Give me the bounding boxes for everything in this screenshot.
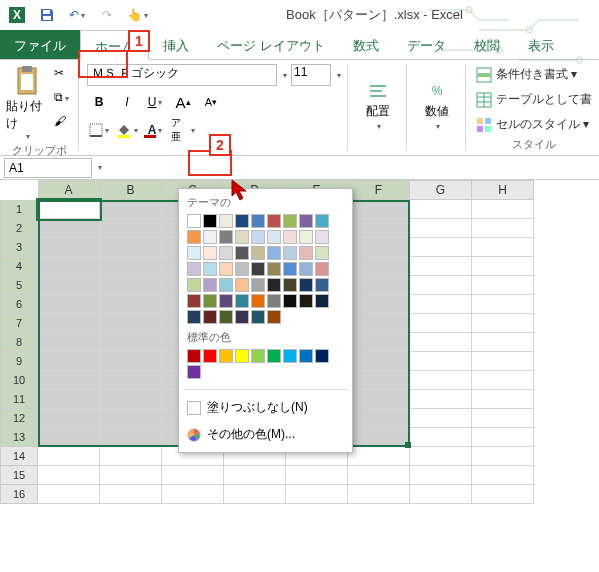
- color-swatch[interactable]: [219, 310, 233, 324]
- color-swatch[interactable]: [283, 262, 297, 276]
- cell[interactable]: [100, 333, 162, 352]
- cell[interactable]: [348, 428, 410, 447]
- row-header[interactable]: 7: [0, 314, 38, 333]
- cell[interactable]: [100, 257, 162, 276]
- cell[interactable]: [224, 485, 286, 504]
- color-swatch[interactable]: [235, 349, 249, 363]
- tab-formula[interactable]: 数式: [339, 30, 393, 59]
- font-size-select[interactable]: 11: [291, 64, 331, 86]
- cell[interactable]: [472, 371, 534, 390]
- cell[interactable]: [472, 447, 534, 466]
- color-swatch[interactable]: [203, 310, 217, 324]
- color-swatch[interactable]: [299, 246, 313, 260]
- row-header[interactable]: 8: [0, 333, 38, 352]
- row-header[interactable]: 16: [0, 485, 38, 504]
- color-swatch[interactable]: [235, 278, 249, 292]
- color-swatch[interactable]: [283, 230, 297, 244]
- color-swatch[interactable]: [283, 214, 297, 228]
- cell[interactable]: [410, 238, 472, 257]
- cell[interactable]: [410, 295, 472, 314]
- color-swatch[interactable]: [283, 349, 297, 363]
- grow-font-button[interactable]: A▴: [171, 90, 195, 114]
- cell[interactable]: [348, 238, 410, 257]
- cell[interactable]: [472, 428, 534, 447]
- cell[interactable]: [410, 352, 472, 371]
- color-swatch[interactable]: [251, 278, 265, 292]
- color-swatch[interactable]: [267, 246, 281, 260]
- color-swatch[interactable]: [219, 349, 233, 363]
- cell[interactable]: [38, 485, 100, 504]
- cell[interactable]: [472, 314, 534, 333]
- cell[interactable]: [472, 238, 534, 257]
- conditional-format-button[interactable]: 条件付き書式 ▾: [476, 66, 592, 83]
- cell-style-button[interactable]: セルのスタイル ▾: [476, 116, 592, 133]
- row-header[interactable]: 11: [0, 390, 38, 409]
- redo-icon[interactable]: ↷: [98, 6, 116, 24]
- cut-icon[interactable]: ✂: [54, 66, 70, 82]
- number-button[interactable]: %数値▾: [415, 64, 459, 147]
- color-swatch[interactable]: [283, 294, 297, 308]
- row-header[interactable]: 6: [0, 295, 38, 314]
- cell[interactable]: [348, 257, 410, 276]
- color-swatch[interactable]: [251, 230, 265, 244]
- color-swatch[interactable]: [235, 230, 249, 244]
- undo-icon[interactable]: ↶▾: [68, 6, 86, 24]
- cell[interactable]: [472, 466, 534, 485]
- color-swatch[interactable]: [315, 262, 329, 276]
- cell[interactable]: [38, 371, 100, 390]
- cell[interactable]: [286, 466, 348, 485]
- fill-color-button[interactable]: ▾: [115, 118, 139, 142]
- color-swatch[interactable]: [267, 278, 281, 292]
- cell[interactable]: [472, 485, 534, 504]
- row-header[interactable]: 4: [0, 257, 38, 276]
- color-swatch[interactable]: [235, 262, 249, 276]
- cell[interactable]: [410, 485, 472, 504]
- cell[interactable]: [38, 295, 100, 314]
- color-swatch[interactable]: [251, 349, 265, 363]
- color-swatch[interactable]: [187, 246, 201, 260]
- cell[interactable]: [472, 333, 534, 352]
- column-header[interactable]: A: [38, 180, 100, 200]
- row-header[interactable]: 10: [0, 371, 38, 390]
- cell[interactable]: [100, 409, 162, 428]
- cell[interactable]: [348, 371, 410, 390]
- cell[interactable]: [472, 295, 534, 314]
- cell[interactable]: [348, 447, 410, 466]
- cell[interactable]: [100, 219, 162, 238]
- row-header[interactable]: 13: [0, 428, 38, 447]
- color-swatch[interactable]: [187, 349, 201, 363]
- color-swatch[interactable]: [299, 349, 313, 363]
- color-swatch[interactable]: [187, 278, 201, 292]
- color-swatch[interactable]: [315, 246, 329, 260]
- tab-review[interactable]: 校閲: [460, 30, 514, 59]
- cell[interactable]: [38, 409, 100, 428]
- color-swatch[interactable]: [251, 246, 265, 260]
- cell[interactable]: [100, 295, 162, 314]
- shrink-font-button[interactable]: A▾: [199, 90, 223, 114]
- cell[interactable]: [38, 333, 100, 352]
- cell[interactable]: [100, 390, 162, 409]
- cell[interactable]: [410, 390, 472, 409]
- cell[interactable]: [100, 314, 162, 333]
- tab-layout[interactable]: ページ レイアウト: [203, 30, 339, 59]
- column-header[interactable]: B: [100, 180, 162, 200]
- color-swatch[interactable]: [299, 230, 313, 244]
- paste-button[interactable]: 貼り付け ▾: [6, 64, 48, 141]
- cell[interactable]: [348, 276, 410, 295]
- cell[interactable]: [100, 466, 162, 485]
- cell[interactable]: [348, 295, 410, 314]
- color-swatch[interactable]: [203, 278, 217, 292]
- color-swatch[interactable]: [235, 214, 249, 228]
- cell[interactable]: [410, 276, 472, 295]
- color-swatch[interactable]: [315, 349, 329, 363]
- column-header[interactable]: F: [348, 180, 410, 200]
- cell[interactable]: [472, 352, 534, 371]
- row-header[interactable]: 12: [0, 409, 38, 428]
- row-header[interactable]: 5: [0, 276, 38, 295]
- cell[interactable]: [38, 238, 100, 257]
- row-header[interactable]: 15: [0, 466, 38, 485]
- color-swatch[interactable]: [203, 349, 217, 363]
- italic-button[interactable]: I: [115, 90, 139, 114]
- color-swatch[interactable]: [187, 262, 201, 276]
- cell[interactable]: [472, 390, 534, 409]
